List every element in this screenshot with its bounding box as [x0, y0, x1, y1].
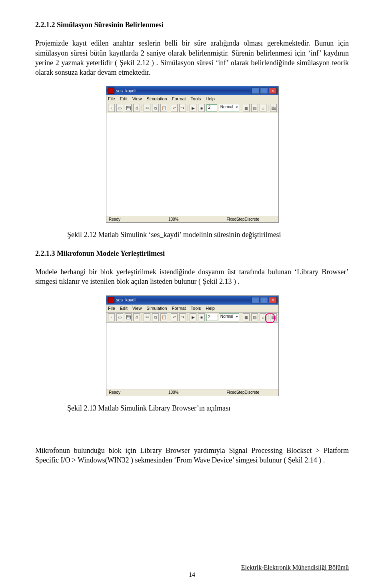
figure-2-12: ses_kaydi _ □ × File Edit View Simulatio…: [106, 86, 278, 223]
menu-simulation[interactable]: Simulation: [146, 305, 167, 311]
menu-bar: File Edit View Simulation Format Tools H…: [106, 95, 278, 103]
undo-icon[interactable]: ↶: [171, 104, 178, 112]
undo-icon[interactable]: ↶: [171, 313, 178, 321]
library-browser-icon[interactable]: 🏬: [270, 313, 277, 321]
open-icon[interactable]: ▭: [116, 313, 123, 321]
play-icon[interactable]: ▶: [190, 104, 196, 112]
menu-file[interactable]: File: [108, 96, 115, 102]
maximize-icon[interactable]: □: [260, 297, 268, 303]
menu-view[interactable]: View: [132, 305, 142, 311]
window-title-2: ses_kaydi: [116, 297, 136, 303]
copy-icon[interactable]: ⧉: [152, 104, 159, 112]
redo-icon[interactable]: ↷: [179, 313, 186, 321]
paste-icon[interactable]: 📋: [160, 313, 167, 321]
print-icon[interactable]: ⎙: [133, 313, 140, 321]
play-icon[interactable]: ▶: [190, 313, 196, 321]
toolbar-icon-3[interactable]: ⌕: [260, 313, 266, 321]
simulation-time-field[interactable]: 2: [206, 104, 217, 112]
figure-2-13: ses_kaydi _ □ × File Edit View Simulatio…: [106, 295, 278, 396]
minimize-icon[interactable]: _: [251, 88, 259, 94]
paragraph-bottom: Mikrofonun bulunduğu blok için Library B…: [35, 446, 349, 465]
figure-caption-1: Şekil 2.12 Matlab Simulink ‘ses_kaydi’ m…: [67, 230, 349, 239]
menu-tools[interactable]: Tools: [191, 96, 201, 102]
print-icon[interactable]: ⎙: [133, 104, 140, 112]
cut-icon[interactable]: ✂: [144, 313, 150, 321]
cut-icon[interactable]: ✂: [144, 104, 150, 112]
simulation-mode-select-2[interactable]: Normal: [219, 313, 239, 321]
maximize-icon[interactable]: □: [260, 88, 268, 94]
section-heading-1: 2.2.1.2 Simülasyon Süresinin Belirlenmes…: [35, 20, 349, 30]
toolbar-icon-3[interactable]: ⌕: [260, 104, 266, 112]
minimize-icon[interactable]: _: [251, 297, 259, 303]
toolbar-icon-1[interactable]: ▦: [243, 313, 250, 321]
simulation-mode-select[interactable]: Normal: [219, 104, 239, 112]
menu-file[interactable]: File: [108, 305, 115, 311]
close-icon[interactable]: ×: [269, 297, 277, 303]
open-icon[interactable]: ▭: [116, 104, 123, 112]
menu-view[interactable]: View: [132, 96, 142, 102]
save-icon[interactable]: 💾: [125, 104, 132, 112]
toolbar-icon-1[interactable]: ▦: [243, 104, 250, 112]
menu-edit[interactable]: Edit: [120, 96, 128, 102]
toolbar: ▫ ▭ 💾 ⎙ ✂ ⧉ 📋 ↶ ↷ ▶ ■ 2 Normal: [106, 103, 278, 113]
page-number: 14: [0, 570, 384, 579]
menu-format[interactable]: Format: [172, 305, 186, 311]
status-mid: 100%: [168, 217, 179, 222]
toolbar-icon-2[interactable]: ▥: [251, 313, 258, 321]
menu-edit[interactable]: Edit: [120, 305, 128, 311]
status-mid-2: 100%: [168, 390, 179, 395]
status-right: FixedStepDiscrete: [226, 217, 259, 222]
new-icon[interactable]: ▫: [108, 313, 115, 321]
paragraph-1: Projemizde kayıt edilen anahtar seslerin…: [35, 38, 349, 77]
status-bar-2: Ready 100% FixedStepDiscrete: [106, 389, 278, 396]
status-left-2: Ready: [109, 390, 120, 395]
menu-format[interactable]: Format: [172, 96, 186, 102]
window-titlebar-2: ses_kaydi _ □ ×: [106, 296, 278, 305]
paragraph-2: Modele herhangi bir blok yerleştirilmek …: [35, 267, 349, 287]
new-icon[interactable]: ▫: [108, 104, 115, 112]
copy-icon[interactable]: ⧉: [152, 313, 159, 321]
simulink-icon: [108, 88, 114, 94]
save-icon[interactable]: 💾: [125, 313, 132, 321]
menu-bar-2: File Edit View Simulation Format Tools H…: [106, 305, 278, 313]
toolbar-2: ▫ ▭ 💾 ⎙ ✂ ⧉ 📋 ↶ ↷ ▶ ■ 2 Normal: [106, 313, 278, 323]
simulink-icon: [108, 297, 114, 303]
paste-icon[interactable]: 📋: [160, 104, 167, 112]
status-left: Ready: [109, 217, 120, 222]
simulation-time-field-2[interactable]: 2: [206, 314, 217, 321]
stop-icon[interactable]: ■: [198, 104, 205, 112]
menu-help[interactable]: Help: [206, 96, 215, 102]
figure-caption-2: Şekil 2.13 Matlab Simulink Library Brows…: [67, 403, 349, 413]
section-heading-2: 2.2.1.3 Mikrofonun Modele Yerleştirilmes…: [35, 249, 349, 258]
menu-help[interactable]: Help: [206, 305, 215, 311]
status-right-2: FixedStepDiscrete: [226, 390, 259, 395]
window-titlebar: ses_kaydi _ □ ×: [106, 86, 278, 95]
close-icon[interactable]: ×: [269, 88, 277, 94]
status-bar: Ready 100% FixedStepDiscrete: [106, 216, 278, 223]
menu-tools[interactable]: Tools: [191, 305, 201, 311]
redo-icon[interactable]: ↷: [179, 104, 186, 112]
library-browser-icon[interactable]: 🏬: [270, 104, 277, 112]
toolbar-icon-2[interactable]: ▥: [251, 104, 258, 112]
model-canvas[interactable]: [106, 113, 278, 216]
stop-icon[interactable]: ■: [198, 313, 205, 321]
menu-simulation[interactable]: Simulation: [146, 96, 167, 102]
model-canvas-2[interactable]: [106, 323, 278, 389]
window-title: ses_kaydi: [116, 88, 136, 94]
